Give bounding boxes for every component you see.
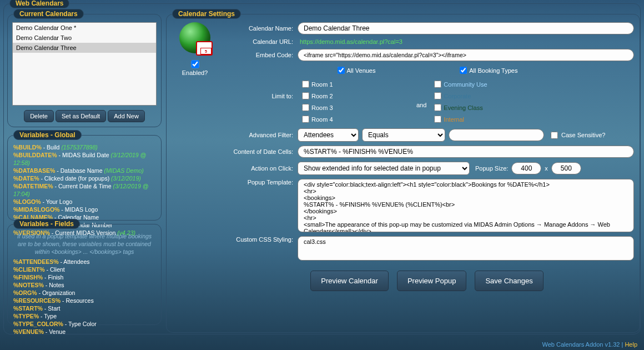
all-venues-label: All Venues: [347, 67, 376, 74]
venue-checkbox[interactable]: [302, 92, 309, 99]
booking-type-item[interactable]: Evening Class: [432, 102, 545, 113]
save-changes-button[interactable]: Save Changes: [475, 271, 543, 291]
enabled-column: 5 Enabled?: [172, 22, 218, 76]
popup-width-input[interactable]: [511, 162, 541, 174]
popup-template-label: Popup Template:: [220, 179, 298, 186]
variable-row: %START% - Start: [13, 304, 155, 312]
booking-type-item[interactable]: Internal: [432, 113, 545, 124]
variables-fields-panel: Variables - Fields If used in a popup te…: [7, 224, 162, 325]
variable-row: %FINISH% - Finish: [13, 273, 155, 281]
filter-field-select[interactable]: Attendees: [298, 128, 359, 142]
footer-version: Web Calendars Addon v1.32: [542, 341, 620, 348]
variable-row: %BUILD% - Build (1575377898): [13, 143, 155, 151]
calendar-name-label: Calendar Name:: [220, 25, 298, 32]
variables-fields-note: If used in a popup template where multip…: [13, 232, 155, 256]
venue-list[interactable]: Room 1 Room 2 Room 3 Room 4 Room 5: [298, 77, 413, 124]
action-buttons: Preview Calendar Preview Popup Save Chan…: [220, 271, 634, 291]
venue-checkbox[interactable]: [302, 116, 309, 123]
embed-code-input[interactable]: [298, 49, 634, 61]
embed-code-label: Embed Code:: [220, 52, 298, 58]
custom-css-input[interactable]: [298, 236, 634, 261]
variable-row: %TYPE_COLOR% - Type Color: [13, 320, 155, 328]
help-link[interactable]: Help: [625, 341, 637, 348]
booking-type-checkbox[interactable]: [434, 92, 441, 99]
preview-popup-button[interactable]: Preview Popup: [397, 271, 466, 291]
custom-css-label: Custom CSS Styling:: [220, 236, 298, 243]
calendar-list[interactable]: Demo Calendar One *Demo Calendar TwoDemo…: [12, 22, 157, 106]
calendar-name-input[interactable]: [298, 22, 634, 34]
venue-item[interactable]: Room 3: [300, 102, 413, 113]
case-sensitive-label: Case Sensitive?: [561, 132, 606, 138]
variable-row: %BUILDDATE% - MIDAS Build Date (3/12/201…: [13, 151, 155, 167]
booking-type-checkbox[interactable]: [434, 116, 441, 123]
calendar-list-item[interactable]: Demo Calendar One *: [13, 23, 156, 33]
booking-type-checkbox[interactable]: [434, 81, 441, 88]
case-sensitive-checkbox[interactable]: [551, 132, 558, 139]
booking-type-checkbox[interactable]: [434, 104, 441, 111]
calendar-settings-panel: Calendar Settings 5 Enabled? Calendar Na…: [166, 14, 640, 333]
variable-row: %DATE% - Clicked date (for popups) (3/12…: [13, 174, 155, 182]
advanced-filter-label: Advanced Filter:: [220, 132, 298, 138]
variable-row: %CLIENT% - Client: [13, 266, 155, 273]
variable-row: %ATTENDEES% - Attendees: [13, 258, 155, 266]
filter-op-select[interactable]: Equals: [362, 128, 445, 142]
web-calendars-panel: Web Calendars Current Calendars Demo Cal…: [3, 3, 641, 334]
variable-row: %TYPE% - Type: [13, 312, 155, 320]
venue-item[interactable]: Room 1: [300, 78, 413, 90]
venue-checkbox[interactable]: [302, 81, 309, 88]
add-new-button[interactable]: Add New: [108, 110, 145, 122]
footer: Web Calendars Addon v1.32 | Help: [542, 341, 637, 348]
content-date-cells-label: Content of Date Cells:: [220, 148, 298, 155]
action-on-click-label: Action on Click:: [220, 165, 298, 172]
preview-calendar-button[interactable]: Preview Calendar: [310, 271, 389, 291]
variables-fields-list: If used in a popup template where multip…: [13, 232, 155, 336]
popup-height-input[interactable]: [551, 162, 581, 174]
calendar-list-item[interactable]: Demo Calendar Three: [13, 43, 156, 53]
and-label: and: [413, 81, 430, 108]
enabled-label: Enabled?: [172, 69, 218, 76]
booking-type-item[interactable]: Community Use: [432, 78, 545, 90]
calendar-url-label: Calendar URL:: [220, 38, 298, 45]
variable-row: %RESOURCES% - Resources: [13, 297, 155, 304]
venue-item[interactable]: Room 4: [300, 113, 413, 124]
booking-type-list[interactable]: Community Use Corporate Evening Class In…: [430, 77, 545, 124]
venue-checkbox[interactable]: [302, 104, 309, 111]
all-booking-types-label: All Booking Types: [469, 67, 517, 74]
content-date-cells-input[interactable]: [298, 146, 634, 158]
variables-global-title: Variables - Global: [13, 130, 82, 140]
variable-row: %DATABASE% - Database Name (MIDAS Demo): [13, 167, 155, 174]
variables-global-panel: Variables - Global %BUILD% - Build (1575…: [7, 135, 162, 221]
current-calendars-title: Current Calendars: [13, 9, 84, 19]
set-default-button[interactable]: Set as Default: [56, 110, 106, 122]
action-on-click-select[interactable]: Show extended info for selected date in …: [298, 162, 470, 175]
calendar-settings-title: Calendar Settings: [172, 9, 241, 19]
delete-button[interactable]: Delete: [24, 110, 54, 122]
popup-x-label: x: [541, 165, 551, 172]
popup-template-input[interactable]: [298, 179, 634, 232]
calendar-url-value: https://demo.mid.as/calendar.pl?cal=3: [298, 38, 402, 45]
variable-row: %NOTES% - Notes: [13, 281, 155, 289]
variable-row: %ORG% - Organization: [13, 289, 155, 297]
all-venues-checkbox[interactable]: [338, 67, 345, 74]
variables-fields-title: Variables - Fields: [13, 219, 80, 229]
limit-to-label: Limit to:: [220, 65, 298, 99]
variable-row: %DATETIME% - Current Date & Time (3/12/2…: [13, 182, 155, 198]
variable-row: %MIDASLOGO% - MIDAS Logo: [13, 206, 155, 213]
current-calendars-panel: Current Calendars Demo Calendar One *Dem…: [7, 14, 162, 127]
booking-type-item[interactable]: Corporate: [432, 90, 545, 102]
variable-row: %VENUE% - Venue: [13, 328, 155, 336]
web-calendars-title: Web Calendars: [9, 0, 69, 8]
enabled-checkbox[interactable]: [191, 60, 199, 68]
variable-row: %LOGO% - Your Logo: [13, 198, 155, 206]
calendar-list-buttons: Delete Set as Default Add New: [8, 110, 161, 122]
globe-calendar-icon: 5: [179, 22, 210, 53]
all-booking-types-checkbox[interactable]: [460, 67, 467, 74]
venue-item[interactable]: Room 2: [300, 90, 413, 102]
calendar-list-item[interactable]: Demo Calendar Two: [13, 33, 156, 43]
popup-size-label: Popup Size:: [475, 165, 508, 172]
filter-value-input[interactable]: [449, 129, 544, 141]
